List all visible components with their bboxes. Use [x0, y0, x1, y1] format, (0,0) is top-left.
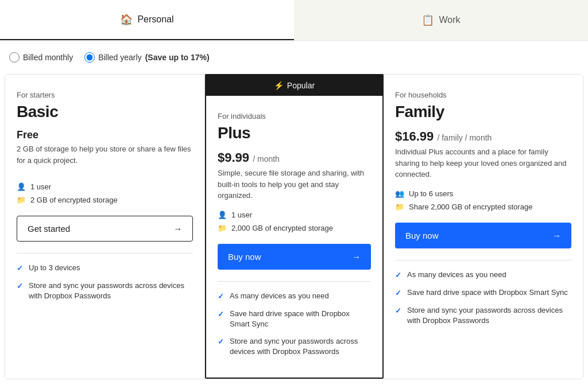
billing-yearly-text: Billed yearly [98, 53, 141, 62]
billing-monthly-label[interactable]: Billed monthly [9, 52, 73, 63]
feature-item: 📁 Share 2,000 GB of encrypted storage [395, 203, 571, 211]
check-item: ✓ Up to 3 devices [17, 263, 193, 274]
plan-family: For households Family $16.99 / family / … [384, 75, 583, 379]
tab-personal-label: Personal [137, 14, 173, 25]
plan-plus-subtitle: For individuals [218, 112, 371, 120]
plan-plus-price: $9.99 / month [218, 150, 371, 165]
feature-item: 📁 2,000 GB of encrypted storage [218, 224, 371, 232]
checkmark-icon: ✓ [17, 281, 23, 291]
plan-basic-subtitle: For starters [17, 91, 193, 99]
user-icon: 👤 [218, 211, 227, 219]
feature-item: 👤 1 user [17, 182, 193, 191]
feature-item: 👥 Up to 6 users [395, 189, 571, 198]
arrow-icon: → [552, 231, 561, 240]
users-icon: 👥 [395, 189, 404, 198]
plan-basic-features: 👤 1 user 📁 2 GB of encrypted storage [17, 182, 193, 204]
divider [218, 281, 371, 282]
feature-text: 1 user [30, 182, 51, 191]
tab-work-label: Work [439, 15, 460, 25]
billing-monthly-radio[interactable] [9, 52, 20, 63]
plan-family-cta[interactable]: Buy now → [395, 223, 571, 248]
check-item: ✓ Save hard drive space with Dropbox Sma… [395, 287, 571, 298]
tab-work[interactable]: 📋 Work [294, 0, 588, 40]
home-icon: 🏠 [120, 13, 133, 26]
check-item: ✓ As many devices as you need [218, 291, 371, 302]
bolt-icon: ⚡ [274, 81, 284, 90]
plan-family-check-features: ✓ As many devices as you need ✓ Save har… [395, 270, 571, 326]
folder-icon: 📁 [218, 224, 227, 232]
check-text: As many devices as you need [407, 270, 506, 280]
divider [395, 260, 571, 260]
check-text: As many devices as you need [230, 291, 329, 301]
checkmark-icon: ✓ [395, 306, 401, 316]
feature-text: Up to 6 users [409, 189, 453, 198]
plan-plus: For individuals Plus $9.99 / month Simpl… [206, 75, 382, 378]
check-item: ✓ Save hard drive space with Dropbox Sma… [218, 309, 371, 329]
plan-family-price-suffix: / family / month [437, 133, 492, 142]
check-item: ✓ Store and sync your passwords across d… [218, 336, 371, 357]
tab-bar: 🏠 Personal 📋 Work [0, 0, 588, 41]
folder-icon: 📁 [395, 203, 404, 211]
billing-yearly-radio[interactable] [84, 52, 95, 63]
plan-basic-cta[interactable]: Get started → [17, 216, 193, 242]
plan-basic: For starters Basic Free 2 GB of storage … [5, 75, 205, 379]
feature-item: 📁 2 GB of encrypted storage [17, 196, 193, 204]
plan-family-description: Individual Plus accounts and a place for… [395, 146, 571, 180]
plan-plus-wrapper: ⚡ Popular For individuals Plus $9.99 / m… [205, 74, 384, 379]
plan-family-subtitle: For households [395, 91, 571, 99]
divider [17, 253, 193, 254]
plan-basic-name: Basic [17, 103, 193, 121]
feature-text: 2,000 GB of encrypted storage [231, 224, 333, 232]
check-text: Store and sync your passwords across dev… [230, 336, 371, 357]
check-text: Up to 3 devices [29, 263, 80, 273]
plan-basic-check-features: ✓ Up to 3 devices ✓ Store and sync your … [17, 263, 193, 302]
billing-yearly-label[interactable]: Billed yearly (Save up to 17%) [84, 52, 210, 63]
check-item: ✓ As many devices as you need [395, 270, 571, 281]
popular-banner: ⚡ Popular [206, 75, 382, 96]
arrow-icon: → [352, 252, 361, 262]
user-icon: 👤 [17, 182, 26, 191]
checkmark-icon: ✓ [395, 270, 401, 281]
plan-plus-description: Simple, secure file storage and sharing,… [218, 168, 371, 201]
feature-item: 👤 1 user [218, 211, 371, 219]
plans-container: For starters Basic Free 2 GB of storage … [5, 74, 583, 379]
plan-plus-check-features: ✓ As many devices as you need ✓ Save har… [218, 291, 371, 357]
check-text: Save hard drive space with Dropbox Smart… [230, 309, 371, 329]
plan-plus-name: Plus [218, 124, 371, 142]
popular-label: Popular [287, 81, 315, 90]
tab-personal[interactable]: 🏠 Personal [0, 0, 294, 40]
feature-text: Share 2,000 GB of encrypted storage [409, 203, 532, 211]
checkmark-icon: ✓ [218, 337, 224, 347]
checkmark-icon: ✓ [218, 291, 224, 302]
plan-family-price: $16.99 / family / month [395, 129, 571, 144]
plan-plus-price-suffix: / month [253, 154, 280, 164]
plan-basic-description: 2 GB of storage to help you store or sha… [17, 143, 193, 173]
billing-monthly-text: Billed monthly [23, 53, 73, 62]
feature-text: 1 user [231, 211, 252, 219]
checkmark-icon: ✓ [395, 288, 401, 298]
billing-save-badge: (Save up to 17%) [145, 53, 210, 62]
plan-plus-features: 👤 1 user 📁 2,000 GB of encrypted storage [218, 211, 371, 232]
plan-family-name: Family [395, 103, 571, 121]
plan-family-features: 👥 Up to 6 users 📁 Share 2,000 GB of encr… [395, 189, 571, 211]
feature-text: 2 GB of encrypted storage [30, 196, 118, 204]
checkmark-icon: ✓ [17, 263, 23, 274]
check-text: Store and sync your passwords across dev… [407, 305, 571, 326]
work-icon: 📋 [421, 14, 434, 26]
billing-toggle: Billed monthly Billed yearly (Save up to… [0, 41, 588, 74]
plan-plus-cta[interactable]: Buy now → [218, 244, 371, 270]
check-item: ✓ Store and sync your passwords across d… [17, 281, 193, 301]
check-text: Store and sync your passwords across dev… [29, 281, 193, 301]
check-item: ✓ Store and sync your passwords across d… [395, 305, 571, 326]
check-text: Save hard drive space with Dropbox Smart… [407, 287, 568, 298]
arrow-icon: → [173, 224, 182, 234]
folder-icon: 📁 [17, 196, 26, 204]
plan-basic-price: Free [17, 129, 193, 141]
checkmark-icon: ✓ [218, 309, 224, 320]
